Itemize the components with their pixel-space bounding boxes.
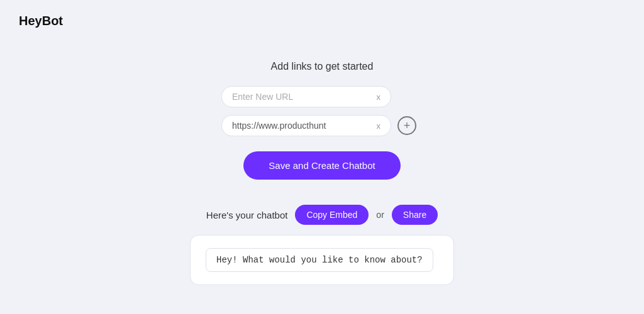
chatbot-row: Here's your chatbot Copy Embed or Share bbox=[206, 205, 438, 225]
clear-url-2-button[interactable]: x bbox=[377, 122, 381, 130]
plus-icon: + bbox=[404, 119, 411, 133]
share-button[interactable]: Share bbox=[392, 205, 438, 225]
copy-embed-button[interactable]: Copy Embed bbox=[295, 205, 369, 225]
main-content: Add links to get started x x + Save and … bbox=[0, 42, 644, 285]
chat-message: Hey! What would you like to know about? bbox=[206, 248, 433, 272]
url-input-row-2: x + bbox=[221, 115, 423, 136]
url-input-wrapper-2: x bbox=[221, 115, 391, 136]
add-url-button[interactable]: + bbox=[397, 116, 416, 135]
chat-preview: Hey! What would you like to know about? bbox=[190, 235, 454, 285]
page-title: Add links to get started bbox=[271, 61, 374, 72]
app-logo: HeyBot bbox=[19, 14, 63, 28]
chatbot-label: Here's your chatbot bbox=[206, 210, 288, 220]
or-text: or bbox=[376, 210, 384, 220]
url-input-row-1: x bbox=[221, 86, 423, 107]
url-inputs-container: x x + bbox=[221, 86, 423, 136]
url-input-1[interactable] bbox=[232, 92, 377, 102]
header: HeyBot bbox=[0, 0, 644, 42]
save-create-chatbot-button[interactable]: Save and Create Chatbot bbox=[243, 151, 400, 180]
clear-url-1-button[interactable]: x bbox=[377, 93, 381, 101]
url-input-2[interactable] bbox=[232, 121, 377, 131]
url-input-wrapper-1: x bbox=[221, 86, 391, 107]
chatbot-section: Here's your chatbot Copy Embed or Share … bbox=[0, 205, 644, 285]
